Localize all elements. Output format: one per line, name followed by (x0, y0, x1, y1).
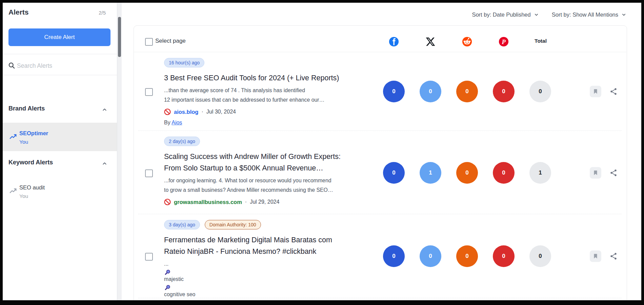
magnifier-icon (165, 284, 170, 290)
sort-by-date-dropdown[interactable]: Sort by: Date Published (472, 12, 539, 18)
alerts-usage-counter: 2/5 (99, 10, 106, 16)
pinterest-count: 0 (493, 245, 515, 267)
mention-checkbox[interactable] (145, 169, 153, 177)
mention-counts: 0 1 0 0 1 (383, 162, 551, 184)
pinterest-count: 0 (493, 162, 515, 184)
x-count: 1 (420, 162, 441, 184)
reddit-count: 0 (456, 245, 478, 267)
alerts-sidebar: Alerts 2/5 Create Alert Brand Alerts SEO… (3, 3, 117, 300)
facebook-count: 0 (383, 245, 405, 267)
alert-name: SEOptimer (19, 129, 48, 137)
sort-by-date-label: Sort by: Date Published (472, 12, 530, 18)
bookmark-button[interactable] (590, 86, 601, 97)
facebook-count: 0 (383, 162, 405, 184)
select-page-checkbox[interactable] (145, 38, 153, 46)
time-ago-badge: 2 day(s) ago (164, 137, 200, 146)
mention-checkbox[interactable] (145, 253, 153, 261)
sidebar-item-seo-audit[interactable]: SEO audit You (3, 177, 117, 205)
mention-title[interactable]: Scaling Success with Andrew Miller of Gr… (164, 151, 381, 174)
sidebar-title: Alerts (8, 8, 29, 16)
mention-snippet: ...for ongoing learning. 4. What tool or… (164, 176, 381, 195)
reddit-count: 0 (456, 162, 478, 184)
create-alert-button[interactable]: Create Alert (8, 28, 110, 46)
trending-up-icon (9, 187, 17, 195)
mention-row: 16 hour(s) ago 3 Best Free SEO Audit Too… (164, 58, 381, 127)
mention-source-row: growasmallbusiness.com · Jul 29, 2024 (164, 198, 381, 206)
bookmark-icon (592, 253, 599, 259)
bookmark-icon (592, 170, 599, 176)
total-count: 0 (529, 245, 551, 267)
mention-date: Jul 29, 2024 (250, 199, 279, 205)
sort-by-mentions-label: Sort by: Show All Mentions (552, 12, 618, 18)
x-count: 0 (420, 245, 441, 267)
keyword-alerts-header: Keyword Alerts (8, 159, 53, 166)
facebook-icon (389, 37, 399, 47)
select-page-label: Select page (155, 38, 186, 44)
no-entry-icon (164, 108, 171, 115)
sort-by-mentions-dropdown[interactable]: Sort by: Show All Mentions (552, 12, 626, 18)
trending-up-icon (9, 133, 17, 141)
total-column-header: Total (527, 38, 554, 44)
search-alerts-input[interactable] (16, 60, 109, 72)
pinterest-icon: P (499, 37, 509, 47)
mention-title[interactable]: Ferramentas de Marketing Digital Mais Ba… (164, 234, 381, 257)
mention-source-row: aios.blog · Jul 30, 2024 (164, 107, 381, 116)
mention-byline: By Aios (164, 118, 381, 127)
chevron-down-icon (534, 12, 539, 17)
chevron-up-icon[interactable] (102, 107, 107, 113)
sidebar-divider (3, 75, 117, 75)
no-entry-icon (164, 199, 171, 205)
alert-owner: You (19, 138, 28, 146)
mention-title[interactable]: 3 Best Free SEO Audit Tools for 2024 (+ … (164, 72, 381, 84)
row-divider (138, 130, 622, 131)
x-icon (425, 37, 436, 47)
sort-controls: Sort by: Date Published Sort by: Show Al… (472, 12, 626, 18)
total-count: 0 (529, 81, 551, 102)
row-divider (138, 214, 622, 214)
share-icon (609, 169, 618, 177)
brand-alerts-header: Brand Alerts (8, 105, 45, 112)
mention-snippet: ... majestic cognitive seo kwfinder keyw… (164, 259, 381, 300)
time-ago-badge: 16 hour(s) ago (164, 58, 204, 67)
sidebar-scrollbar[interactable] (117, 3, 122, 300)
header-divider (134, 52, 626, 52)
share-icon (609, 252, 618, 260)
time-ago-badge: 3 day(s) ago (164, 220, 200, 229)
mention-checkbox[interactable] (145, 88, 153, 96)
search-icon (8, 62, 15, 69)
row-divider (138, 298, 622, 298)
share-button[interactable] (609, 169, 618, 177)
chevron-down-icon (621, 12, 626, 17)
chevron-up-icon[interactable] (102, 161, 107, 166)
mention-counts: 0 0 0 0 0 (383, 245, 551, 267)
mention-domain-link[interactable]: aios.blog (174, 109, 198, 115)
magnifier-icon (165, 299, 170, 300)
total-count: 1 (529, 162, 551, 184)
share-button[interactable] (609, 87, 618, 96)
mention-counts: 0 0 0 0 0 (383, 81, 551, 102)
alert-owner: You (19, 192, 28, 200)
mention-row: 3 day(s) ago Domain Authority: 100 Ferra… (164, 220, 381, 300)
sidebar-scrollbar-thumb[interactable] (118, 17, 121, 57)
bookmark-button[interactable] (590, 250, 601, 262)
svg-text:P: P (501, 38, 506, 45)
mention-snippet: ...than the average score of 74 . This a… (164, 86, 381, 105)
share-button[interactable] (609, 252, 618, 260)
app-window: Alerts 2/5 Create Alert Brand Alerts SEO… (3, 3, 641, 300)
sidebar-divider (3, 54, 117, 54)
bookmark-icon (592, 88, 599, 95)
author-link[interactable]: Aios (172, 120, 182, 125)
reddit-count: 0 (456, 81, 478, 102)
mention-domain-link[interactable]: growasmallbusiness.com (174, 199, 242, 205)
x-count: 0 (420, 81, 441, 102)
mention-date: Jul 30, 2024 (206, 109, 236, 115)
meta-separator: · (245, 199, 247, 205)
mention-row: 2 day(s) ago Scaling Success with Andrew… (164, 137, 381, 206)
alert-name: SEO audit (19, 183, 45, 191)
meta-separator: · (201, 109, 203, 115)
bookmark-button[interactable] (590, 167, 601, 179)
sidebar-item-seoptimer[interactable]: SEOptimer You (3, 123, 117, 151)
pinterest-count: 0 (493, 81, 515, 102)
facebook-count: 0 (383, 81, 405, 102)
share-icon (609, 87, 618, 96)
